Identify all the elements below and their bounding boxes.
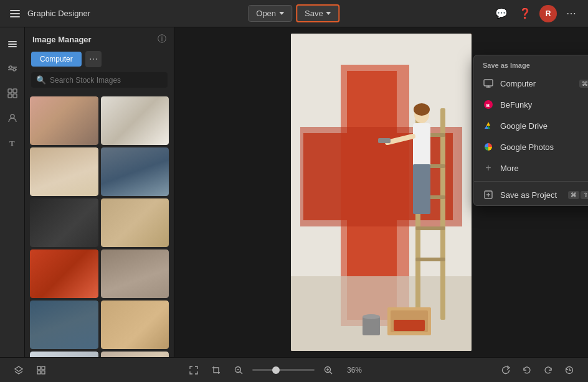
dropdown-item-more[interactable]: + More [474, 157, 588, 179]
dropdown-item-gdrive[interactable]: Google Drive [474, 115, 588, 136]
svg-rect-9 [8, 89, 12, 93]
dropdown-menu: Save as Image Computer ⌘S [473, 55, 588, 206]
more-label: More [500, 164, 588, 173]
svg-line-58 [240, 371, 243, 374]
svg-rect-35 [363, 317, 380, 335]
image-row [30, 300, 169, 349]
svg-marker-51 [15, 366, 22, 371]
sidebar-item-effects[interactable] [1, 82, 24, 105]
dropdown-item-befunky[interactable]: B BeFunky [474, 94, 588, 115]
gphotos-icon [483, 141, 494, 152]
expand-button[interactable]: ⋯ [562, 4, 581, 23]
svg-rect-21 [440, 108, 445, 320]
panel-header: Image Manager ⓘ [25, 27, 174, 51]
list-item[interactable] [101, 96, 169, 145]
app-title: Graphic Designer [27, 9, 90, 18]
project-icon [483, 189, 494, 200]
gphotos-label: Google Photos [500, 142, 588, 152]
svg-text:B: B [486, 103, 490, 108]
list-item[interactable] [30, 198, 98, 247]
panel-title: Image Manager [32, 35, 92, 44]
svg-rect-0 [8, 41, 17, 42]
list-item[interactable] [30, 96, 98, 145]
svg-rect-30 [413, 164, 430, 214]
topbar-left: Graphic Designer [7, 7, 487, 20]
open-button[interactable]: Open [248, 5, 292, 22]
svg-rect-29 [413, 123, 430, 167]
chat-button[interactable]: 💬 [492, 4, 511, 23]
bottombar-left [10, 361, 50, 379]
svg-rect-37 [394, 320, 425, 331]
search-bar: 🔍 [31, 72, 168, 88]
list-item[interactable] [101, 147, 169, 196]
sidebar-item-text[interactable]: T [1, 132, 24, 154]
canvas-image [291, 34, 472, 351]
svg-rect-25 [415, 226, 445, 230]
gdrive-label: Google Drive [500, 121, 588, 131]
zoom-slider[interactable] [252, 369, 315, 371]
list-item[interactable] [30, 249, 98, 298]
list-item[interactable] [101, 249, 169, 298]
list-item[interactable] [30, 300, 98, 349]
sidebar-item-layers[interactable] [1, 32, 24, 55]
list-item[interactable] [101, 352, 169, 357]
help-button[interactable]: ❓ [516, 4, 534, 23]
svg-rect-26 [415, 258, 445, 261]
crop-button[interactable] [207, 361, 225, 379]
layers-toggle-button[interactable] [10, 361, 27, 379]
redo-button[interactable] [539, 361, 557, 379]
canvas-svg [291, 34, 472, 351]
svg-rect-2 [8, 46, 17, 47]
history-button[interactable] [561, 361, 578, 379]
computer-shortcut: ⌘S [579, 80, 588, 88]
bottombar: 36% [0, 357, 588, 382]
save-button[interactable]: Save [296, 4, 340, 22]
zoom-in-button[interactable] [320, 361, 337, 379]
svg-rect-12 [13, 94, 17, 98]
svg-point-3 [9, 66, 12, 68]
svg-rect-55 [42, 371, 45, 374]
dropdown-section-title: Save as Image [474, 55, 588, 73]
left-panel: Image Manager ⓘ Computer ⋯ 🔍 [25, 27, 174, 357]
grid-toggle-button[interactable] [32, 361, 50, 379]
svg-point-13 [11, 114, 14, 118]
image-row [30, 352, 169, 357]
list-item[interactable] [101, 300, 169, 349]
info-icon[interactable]: ⓘ [158, 34, 166, 45]
svg-rect-54 [37, 371, 40, 374]
search-icon: 🔍 [36, 75, 46, 85]
refresh-button[interactable] [497, 361, 514, 379]
svg-line-62 [330, 371, 333, 374]
topbar-center: Open Save [248, 4, 339, 22]
tab-computer[interactable]: Computer [31, 52, 82, 67]
befunky-icon: B [483, 99, 494, 110]
search-input[interactable] [50, 76, 163, 85]
svg-marker-46 [486, 122, 490, 126]
dropdown-item-gphotos[interactable]: Google Photos [474, 136, 588, 157]
svg-point-28 [414, 103, 430, 116]
icon-sidebar: T [0, 27, 25, 357]
undo-button[interactable] [518, 361, 536, 379]
list-item[interactable] [30, 352, 98, 357]
bottombar-right [497, 361, 578, 379]
avatar[interactable]: R [539, 5, 557, 22]
list-item[interactable] [101, 198, 169, 247]
dropdown-item-save-project[interactable]: Save as Project ⌘⇧S [474, 184, 588, 205]
fit-screen-button[interactable] [185, 361, 202, 379]
tab-more-button[interactable]: ⋯ [85, 51, 102, 67]
canvas-area: Save as Image Computer ⌘S [174, 27, 588, 357]
sidebar-item-people[interactable] [1, 107, 24, 129]
computer-icon [483, 78, 494, 89]
dropdown-item-computer[interactable]: Computer ⌘S [474, 73, 588, 94]
befunky-label: BeFunky [500, 100, 588, 109]
svg-rect-32 [378, 138, 391, 143]
menu-icon[interactable] [7, 7, 22, 20]
list-item[interactable] [30, 147, 98, 196]
image-row [30, 249, 169, 298]
svg-rect-38 [484, 80, 493, 86]
topbar: Graphic Designer Open Save 💬 ❓ R ⋯ [0, 0, 588, 27]
svg-rect-10 [13, 89, 17, 93]
zoom-out-button[interactable] [230, 361, 247, 379]
sidebar-item-adjustments[interactable] [1, 57, 24, 80]
zoom-label: 36% [342, 366, 362, 375]
